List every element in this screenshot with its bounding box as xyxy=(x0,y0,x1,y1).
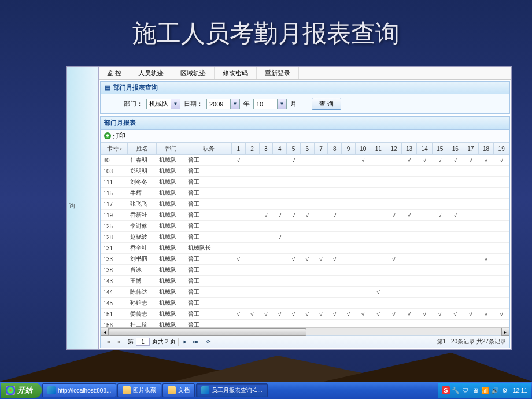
year-combo[interactable]: 2009 ▼ xyxy=(206,99,240,109)
table-row[interactable]: 115牛辉机械队普工------------------- xyxy=(101,188,509,199)
tray-shield-icon[interactable]: 🛡 xyxy=(461,386,470,394)
tray-usb-icon[interactable]: ⚙ xyxy=(501,386,509,394)
cell-day: - xyxy=(300,265,314,276)
table-row[interactable]: 144陈伟达机械队普工----------√-------- xyxy=(101,287,509,298)
table-row[interactable]: 138肖冰机械队普工------------------- xyxy=(101,265,509,276)
cell-day: - xyxy=(314,232,328,243)
tray-network-icon[interactable]: 📶 xyxy=(481,386,489,394)
pager-last-icon[interactable]: ⏭ xyxy=(191,338,200,346)
menu-monitor[interactable]: 监 控 xyxy=(99,67,130,79)
table-row[interactable]: 117张飞飞机械队普工------------------- xyxy=(101,199,509,210)
grid-wrapper[interactable]: 卡号 姓名 部门 职务 1234567891011121314151617181… xyxy=(101,142,509,327)
table-row[interactable]: 145孙贻志机械队普工------------------- xyxy=(101,298,509,309)
col-day-11[interactable]: 11 xyxy=(371,143,386,155)
month-combo[interactable]: 10 ▼ xyxy=(253,99,287,109)
col-day-6[interactable]: 6 xyxy=(300,143,314,155)
pager-page-input[interactable] xyxy=(136,338,150,346)
cell-day: - xyxy=(355,287,371,298)
table-row[interactable]: 103郑明明机械队普工------------------- xyxy=(101,166,509,177)
cell-day: - xyxy=(386,166,402,177)
cell-day: - xyxy=(432,276,448,287)
tray-sogou-icon[interactable]: S xyxy=(442,386,450,394)
col-card[interactable]: 卡号 xyxy=(101,143,128,155)
col-day-4[interactable]: 4 xyxy=(273,143,287,155)
col-duty[interactable]: 职务 xyxy=(186,143,231,155)
dept-combo[interactable]: 机械队 ▼ xyxy=(146,99,180,109)
col-day-12[interactable]: 12 xyxy=(386,143,402,155)
col-day-3[interactable]: 3 xyxy=(259,143,273,155)
pager-next-icon[interactable]: ► xyxy=(181,338,189,346)
col-day-16[interactable]: 16 xyxy=(448,143,463,155)
col-day-17[interactable]: 17 xyxy=(463,143,479,155)
cell-day: - xyxy=(259,221,273,232)
cell-day: - xyxy=(231,232,245,243)
cell-day: - xyxy=(463,199,479,210)
col-day-19[interactable]: 19 xyxy=(494,143,509,155)
table-row[interactable]: 143王博机械队普工------------------- xyxy=(101,276,509,287)
menu-area-track[interactable]: 区域轨迹 xyxy=(172,67,215,79)
tray-monitor-icon[interactable]: 🖥 xyxy=(471,386,479,394)
table-row[interactable]: 131乔全社机械队机械队长------------------- xyxy=(101,243,509,254)
cell-day: - xyxy=(448,166,463,177)
cell-day: - xyxy=(478,221,494,232)
taskbar-item[interactable]: 图片收藏 xyxy=(117,383,161,397)
table-row[interactable]: 119乔新社机械队普工--√√√√-√---√√-√√--- xyxy=(101,210,509,221)
table-row[interactable]: 125李进修机械队普工------------------- xyxy=(101,221,509,232)
col-day-10[interactable]: 10 xyxy=(355,143,371,155)
cell-day: - xyxy=(432,199,448,210)
col-dept[interactable]: 部门 xyxy=(157,143,186,155)
table-row[interactable]: 128赵晓波机械队普工---√--------------- xyxy=(101,232,509,243)
col-day-8[interactable]: 8 xyxy=(328,143,342,155)
query-button[interactable]: 查 询 xyxy=(312,98,341,110)
chevron-down-icon[interactable]: ▼ xyxy=(171,99,180,109)
table-row[interactable]: 156杜二珍机械队普工------------------- xyxy=(101,320,509,328)
cell-day: - xyxy=(371,177,386,188)
table-row[interactable]: 151娄传志机械队普工√√√√√√√√√√√√√√√√√√√ xyxy=(101,309,509,320)
pager-prev-icon[interactable]: ◄ xyxy=(114,338,123,346)
cell-duty: 普工 xyxy=(186,298,231,309)
cell-day: - xyxy=(463,210,479,221)
pager-first-icon[interactable]: ⏮ xyxy=(104,338,112,346)
col-day-18[interactable]: 18 xyxy=(478,143,494,155)
col-day-7[interactable]: 7 xyxy=(314,143,328,155)
cell-day: - xyxy=(342,166,356,177)
col-day-14[interactable]: 14 xyxy=(417,143,433,155)
cell-day: - xyxy=(300,287,314,298)
horizontal-scrollbar[interactable]: ◄ ► xyxy=(101,327,509,335)
menu-person-track[interactable]: 人员轨迹 xyxy=(130,67,172,79)
table-row[interactable]: 80任春明机械队普工√---√----√--√√√√√√√ xyxy=(101,155,509,166)
scroll-left-arrow[interactable]: ◄ xyxy=(101,328,109,336)
cell-day: - xyxy=(287,221,301,232)
pager-refresh-icon[interactable]: ⟳ xyxy=(205,338,213,346)
table-row[interactable]: 133刘书丽机械队普工√---√√√√---√-----√- xyxy=(101,254,509,265)
cell-day: - xyxy=(342,177,356,188)
tray-clock[interactable]: 12:11 xyxy=(513,387,527,394)
sidebar-item-query[interactable]: 询 xyxy=(67,200,98,212)
taskbar-item[interactable]: 文档 xyxy=(162,383,195,397)
chevron-down-icon[interactable]: ▼ xyxy=(230,99,239,109)
col-name[interactable]: 姓名 xyxy=(128,143,157,155)
menu-change-password[interactable]: 修改密码 xyxy=(215,67,257,79)
col-day-13[interactable]: 13 xyxy=(401,143,417,155)
scroll-right-arrow[interactable]: ► xyxy=(501,328,509,336)
col-day-5[interactable]: 5 xyxy=(287,143,301,155)
task-label: 员工月报表查询-1... xyxy=(212,386,262,394)
cell-day: √ xyxy=(432,309,448,320)
start-button[interactable]: 开始 xyxy=(1,383,42,398)
taskbar-item[interactable]: http://localhost:808... xyxy=(42,383,116,397)
cell-name: 刘书丽 xyxy=(128,254,157,265)
cell-day: - xyxy=(259,199,273,210)
taskbar-item[interactable]: 员工月报表查询-1... xyxy=(196,383,267,397)
table-row[interactable]: 111刘冬冬机械队普工------------------- xyxy=(101,177,509,188)
tray-icon[interactable]: 🔧 xyxy=(452,386,460,394)
col-day-9[interactable]: 9 xyxy=(342,143,356,155)
col-day-2[interactable]: 2 xyxy=(245,143,259,155)
print-button[interactable]: 打印 xyxy=(113,131,125,140)
cell-day: √ xyxy=(314,309,328,320)
tray-volume-icon[interactable]: 🔊 xyxy=(491,386,499,394)
cell-day: - xyxy=(478,188,494,199)
col-day-15[interactable]: 15 xyxy=(432,143,448,155)
col-day-1[interactable]: 1 xyxy=(231,143,245,155)
chevron-down-icon[interactable]: ▼ xyxy=(277,99,286,109)
menu-relogin[interactable]: 重新登录 xyxy=(257,67,299,79)
